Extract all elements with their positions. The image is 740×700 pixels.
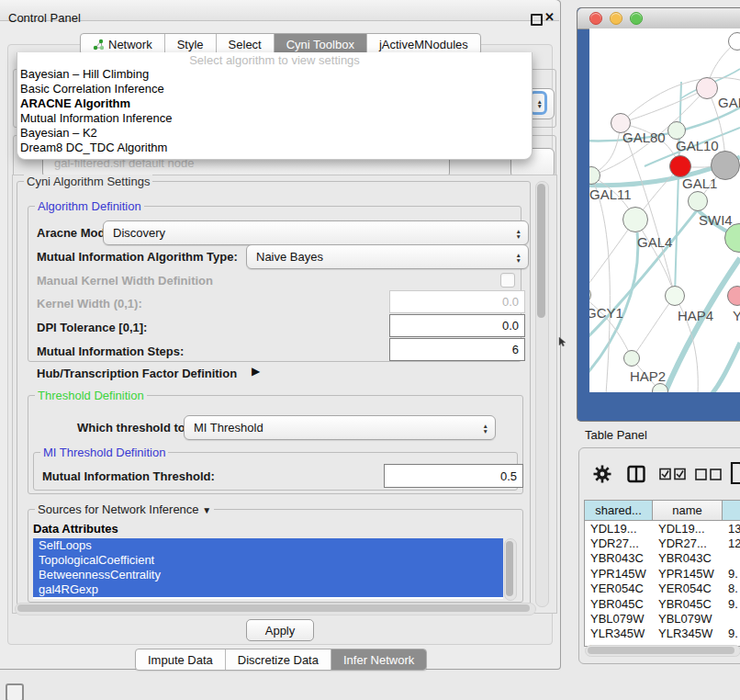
network-node-gal[interactable] <box>696 77 718 99</box>
tab-label: Select <box>229 38 262 51</box>
close-panel-icon[interactable]: ✕ <box>544 10 555 24</box>
table-header-row: shared...name <box>585 501 740 521</box>
mi-threshold-title: MI Threshold Definition <box>40 446 168 459</box>
tab-style[interactable]: Style <box>164 34 216 54</box>
gear-icon[interactable] <box>592 464 612 484</box>
kernel-width-field[interactable]: 0.0 <box>389 290 525 313</box>
table-cell <box>723 551 740 566</box>
tab-label: Cyni Toolbox <box>286 38 354 51</box>
network-node-gal10[interactable] <box>667 121 686 140</box>
node-label-gal: GAL <box>718 95 740 110</box>
minimize-window-icon[interactable] <box>610 12 622 25</box>
node-label-y: Y <box>733 308 740 323</box>
node-label-gcy1: GCY1 <box>589 305 623 321</box>
algorithm-option-bayesian-k2[interactable]: Bayesian – K2 <box>17 126 532 141</box>
algorithm-option-dream8-dc-tdc-algorithm[interactable]: Dream8 DC_TDC Algorithm <box>17 141 532 155</box>
bottom-tab-impute-data[interactable]: Impute Data <box>136 649 225 670</box>
algorithm-option-bayesian-hill-climbing[interactable]: Bayesian – Hill Climbing <box>17 67 532 82</box>
network-node-swi4[interactable] <box>688 191 708 211</box>
network-node-gal1[interactable] <box>669 155 691 177</box>
table-row[interactable]: YBL079WYBL079W <box>585 611 740 626</box>
table-column-header[interactable]: shared... <box>585 501 653 520</box>
close-window-icon[interactable] <box>589 12 602 25</box>
aracne-mode-select[interactable]: Discovery ▲▼ <box>103 220 529 245</box>
mi-type-select[interactable]: Naive Bayes ▲▼ <box>246 244 529 269</box>
node-attribute-table[interactable]: shared...name YDL19...YDL19...13YDR27...… <box>584 500 740 647</box>
dpi-tolerance-field[interactable]: 0.0 <box>389 314 525 337</box>
zoom-window-icon[interactable] <box>630 12 643 25</box>
table-hscrollbar-thumb[interactable] <box>588 647 734 654</box>
mi-steps-label: Mutual Information Steps: <box>37 344 184 358</box>
tab-label: Impute Data <box>148 653 213 667</box>
tab-cyni-toolbox[interactable]: Cyni Toolbox <box>274 34 366 54</box>
network-node-gal4[interactable] <box>622 207 648 232</box>
table-cell: YDL19... <box>653 521 723 536</box>
attributes-scrollbar[interactable] <box>504 538 517 601</box>
settings-scrollbar[interactable] <box>535 181 549 607</box>
tab-jactivemnodules[interactable]: jActiveMNodules <box>366 34 480 54</box>
table-cell: YBL079W <box>653 611 723 626</box>
panel-dock-icon[interactable] <box>6 683 24 700</box>
attribute-item-topologicalcoefficient[interactable]: TopologicalCoefficient <box>33 553 503 568</box>
table-cell: YPR145W <box>653 566 723 581</box>
node-label-gal11: GAL11 <box>589 186 632 202</box>
network-canvas[interactable]: GALGAL80GAL10GAL1GAL11SWI4GAL4HAP4YGCY1H… <box>589 28 740 392</box>
network-node-hap2[interactable] <box>623 350 640 367</box>
settings-scrollbar-thumb[interactable] <box>537 184 545 318</box>
algorithm-option-mutual-information-inference[interactable]: Mutual Information Inference <box>17 111 532 126</box>
table-cell: YDR27... <box>585 536 653 550</box>
control-panel-title: Control Panel <box>8 11 81 25</box>
checked-boxes-icon[interactable] <box>659 468 687 480</box>
attributes-scrollbar-thumb[interactable] <box>506 541 513 596</box>
apply-button[interactable]: Apply <box>246 619 314 641</box>
settings-hscrollbar[interactable] <box>15 603 536 615</box>
tab-select[interactable]: Select <box>216 34 274 54</box>
algorithm-option-basic-correlation-inference[interactable]: Basic Correlation Inference <box>17 82 532 96</box>
settings-hscrollbar-thumb[interactable] <box>17 604 530 612</box>
column-view-icon[interactable] <box>627 465 645 483</box>
which-threshold-select[interactable]: MI Threshold ▲▼ <box>184 415 496 440</box>
table-cell: YER054C <box>653 581 723 596</box>
table-column-header[interactable]: name <box>653 501 723 520</box>
network-node-hap4[interactable] <box>665 286 685 306</box>
attribute-item-betweennesscentrality[interactable]: BetweennessCentrality <box>33 568 503 582</box>
export-table-icon[interactable] <box>730 461 740 485</box>
tab-network[interactable]: Network <box>81 34 164 54</box>
collapse-arrow-down-icon[interactable]: ▼ <box>202 505 211 515</box>
node-label-gal1: GAL1 <box>682 175 717 191</box>
collapse-arrow-right-icon[interactable]: ▶ <box>252 365 260 378</box>
bottom-tab-infer-network[interactable]: Infer Network <box>331 649 426 670</box>
table-cell: YBR045C <box>653 596 723 611</box>
table-row[interactable]: YPR145WYPR145W9. <box>585 566 740 581</box>
table-row[interactable]: YBR043CYBR043C <box>585 551 740 566</box>
manual-kernel-checkbox[interactable] <box>500 273 515 288</box>
table-cell: YPR145W <box>585 566 653 581</box>
table-row[interactable]: YBR045CYBR045C9. <box>585 596 740 611</box>
algorithm-option-aracne-algorithm[interactable]: ARACNE Algorithm <box>17 96 532 111</box>
table-cell: YDR27... <box>653 536 723 550</box>
table-row[interactable]: YER054CYER054C8. <box>585 581 740 596</box>
kernel-width-value: 0.0 <box>502 295 519 309</box>
attribute-item-gal4rgexp[interactable]: gal4RGexp <box>33 582 503 597</box>
unchecked-boxes-icon[interactable] <box>695 469 723 480</box>
mi-steps-field[interactable]: 6 <box>389 338 525 361</box>
threshold-definition-title: Threshold Definition <box>35 389 147 402</box>
table-hscrollbar[interactable] <box>585 645 740 657</box>
table-column-header[interactable] <box>723 501 740 520</box>
mi-threshold-field[interactable]: 0.5 <box>384 464 523 488</box>
mi-threshold-value: 0.5 <box>500 469 517 483</box>
node-label-gal80: GAL80 <box>622 130 666 145</box>
table-cell: YBL079W <box>585 611 653 626</box>
network-window-titlebar[interactable] <box>577 8 740 29</box>
screen: Control Panel ✕ ▲▼ gal-filtered.sif defa… <box>0 0 740 700</box>
network-node[interactable] <box>728 32 740 51</box>
table-row[interactable]: YLR345WYLR345W9. <box>585 627 740 641</box>
bottom-tab-discretize-data[interactable]: Discretize Data <box>225 649 331 670</box>
dpi-tolerance-value: 0.0 <box>502 319 519 333</box>
mi-threshold-label: Mutual Information Threshold: <box>42 469 215 483</box>
cyni-settings-title: Cyni Algorithm Settings <box>24 175 152 188</box>
table-row[interactable]: YDR27...YDR27...12 <box>585 536 740 550</box>
table-row[interactable]: YDL19...YDL19...13 <box>585 521 740 536</box>
attribute-item-selfloops[interactable]: SelfLoops <box>33 538 503 553</box>
float-panel-icon[interactable] <box>531 14 543 26</box>
